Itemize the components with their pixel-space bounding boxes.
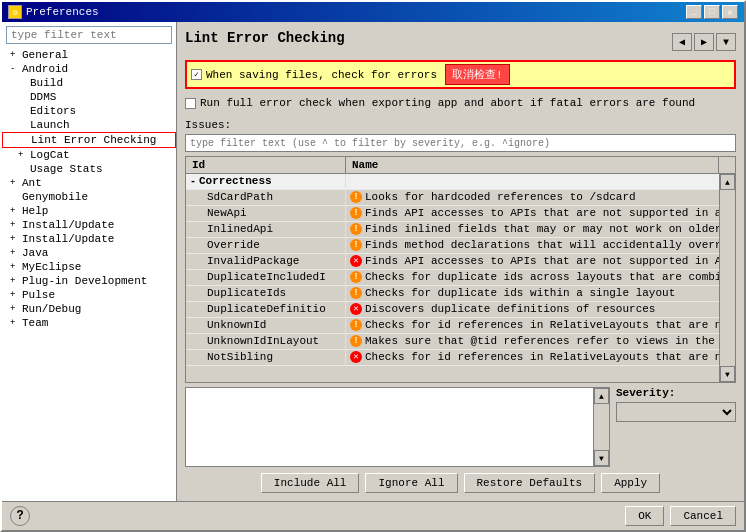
severity-label: Severity: (616, 387, 736, 399)
help-button[interactable]: ? (10, 506, 30, 526)
group-header-correctness[interactable]: - Correctness (186, 174, 719, 190)
sidebar-item-android[interactable]: - Android (2, 62, 176, 76)
sidebar-item-ddms[interactable]: DDMS (2, 90, 176, 104)
main-panel: Lint Error Checking ◀ ▶ ▼ When saving fi… (177, 22, 744, 501)
expand-icon: + (10, 220, 20, 230)
checkbox1-label: When saving files, check for errors (206, 69, 437, 81)
sidebar-item-label: Launch (30, 119, 70, 131)
expand-icon: + (10, 276, 20, 286)
sidebar-item-label: DDMS (30, 91, 56, 103)
expand-icon: + (10, 248, 20, 258)
checkbox2[interactable] (185, 98, 196, 109)
sidebar-item-label: Run/Debug (22, 303, 81, 315)
sidebar-item-team[interactable]: + Team (2, 316, 176, 330)
sidebar-item-myeclipse[interactable]: + MyEclipse (2, 260, 176, 274)
sidebar-item-label: Android (22, 63, 68, 75)
scroll-down-button[interactable]: ▼ (720, 366, 735, 382)
table-row[interactable]: NotSibling ✕ Checks for id references in… (186, 350, 719, 366)
sidebar-item-build[interactable]: Build (2, 76, 176, 90)
warn-icon: ! (350, 335, 362, 347)
scroll-up-button[interactable]: ▲ (720, 174, 735, 190)
action-buttons: Include All Ignore All Restore Defaults … (185, 473, 736, 493)
sidebar-item-editors[interactable]: Editors (2, 104, 176, 118)
sidebar-item-label: Editors (30, 105, 76, 117)
spacer (18, 92, 28, 102)
cancel-check-button[interactable]: 取消检查! (445, 64, 510, 85)
maximize-button[interactable]: □ (704, 5, 720, 19)
warn-icon: ! (350, 191, 362, 203)
warn-icon: ! (350, 271, 362, 283)
sidebar-item-logcat[interactable]: + LogCat (2, 148, 176, 162)
expand-icon: + (10, 206, 20, 216)
table-row[interactable]: DuplicateIncludedI ! Checks for duplicat… (186, 270, 719, 286)
severity-select[interactable]: Error Warning Info Ignore (616, 402, 736, 422)
sidebar-item-launch[interactable]: Launch (2, 118, 176, 132)
err-icon: ✕ (350, 255, 362, 267)
preview-box: ▲ ▼ (185, 387, 610, 467)
content-area: + General - Android Build DDMS (2, 22, 744, 501)
table-row[interactable]: SdCardPath ! Looks for hardcoded referen… (186, 190, 719, 206)
spacer (18, 164, 28, 174)
expand-icon: + (10, 234, 20, 244)
table-row[interactable]: Override ! Finds method declarations tha… (186, 238, 719, 254)
issues-label: Issues: (185, 119, 736, 131)
preferences-window: ⚙ Preferences _ □ ✕ + General - Android (0, 0, 746, 532)
table-row[interactable]: InvalidPackage ✕ Finds API accesses to A… (186, 254, 719, 270)
filter-input[interactable] (6, 26, 172, 44)
table-row[interactable]: NewApi ! Finds API accesses to APIs that… (186, 206, 719, 222)
collapse-group-icon[interactable]: - (190, 176, 196, 187)
close-button[interactable]: ✕ (722, 5, 738, 19)
sidebar: + General - Android Build DDMS (2, 22, 177, 501)
checkbox1-row: When saving files, check for errors 取消检查… (185, 60, 736, 89)
preview-scroll-up[interactable]: ▲ (594, 388, 609, 404)
sidebar-item-label: Java (22, 247, 48, 259)
window-icon: ⚙ (8, 5, 22, 19)
minimize-button[interactable]: _ (686, 5, 702, 19)
preview-scroll-down[interactable]: ▼ (594, 450, 609, 466)
checkbox2-row: Run full error check when exporting app … (185, 97, 736, 109)
table-row[interactable]: InlinedApi ! Finds inlined fields that m… (186, 222, 719, 238)
sidebar-item-install-update2[interactable]: + Install/Update (2, 232, 176, 246)
apply-button[interactable]: Apply (601, 473, 660, 493)
cancel-button[interactable]: Cancel (670, 506, 736, 526)
col-header-id: Id (186, 157, 346, 173)
sidebar-item-pulse[interactable]: + Pulse (2, 288, 176, 302)
sidebar-item-label: Lint Error Checking (31, 134, 156, 146)
table-row[interactable]: DuplicateIds ! Checks for duplicate ids … (186, 286, 719, 302)
checkbox1[interactable] (191, 69, 202, 80)
window-title: Preferences (26, 6, 99, 18)
expand-icon: + (18, 150, 28, 160)
sidebar-item-genymobile[interactable]: Genymobile (2, 190, 176, 204)
warn-icon: ! (350, 223, 362, 235)
err-icon: ✕ (350, 351, 362, 363)
nav-dropdown-button[interactable]: ▼ (716, 33, 736, 51)
sidebar-item-ant[interactable]: + Ant (2, 176, 176, 190)
expand-icon: - (10, 64, 20, 74)
restore-defaults-button[interactable]: Restore Defaults (464, 473, 596, 493)
sidebar-item-run-debug[interactable]: + Run/Debug (2, 302, 176, 316)
table-row[interactable]: UnknownId ! Checks for id references in … (186, 318, 719, 334)
nav-forward-button[interactable]: ▶ (694, 33, 714, 51)
sidebar-item-usage-stats[interactable]: Usage Stats (2, 162, 176, 176)
include-all-button[interactable]: Include All (261, 473, 360, 493)
sidebar-item-plugin-development[interactable]: + Plug-in Development (2, 274, 176, 288)
nav-back-button[interactable]: ◀ (672, 33, 692, 51)
ignore-all-button[interactable]: Ignore All (365, 473, 457, 493)
expand-icon: + (10, 304, 20, 314)
table-scrollbar: ▲ ▼ (719, 174, 735, 382)
sidebar-item-label: Team (22, 317, 48, 329)
sidebar-item-label: Help (22, 205, 48, 217)
table-row[interactable]: UnknownIdInLayout ! Makes sure that @tid… (186, 334, 719, 350)
sidebar-item-help[interactable]: + Help (2, 204, 176, 218)
sidebar-item-general[interactable]: + General (2, 48, 176, 62)
ok-button[interactable]: OK (625, 506, 664, 526)
sidebar-item-label: Plug-in Development (22, 275, 147, 287)
sidebar-item-label: Install/Update (22, 233, 114, 245)
expand-icon: + (10, 290, 20, 300)
issues-filter-input[interactable] (185, 134, 736, 152)
sidebar-item-install-update[interactable]: + Install/Update (2, 218, 176, 232)
sidebar-item-java[interactable]: + Java (2, 246, 176, 260)
severity-panel: Severity: Error Warning Info Ignore (616, 387, 736, 467)
table-row[interactable]: DuplicateDefinitio ✕ Discovers duplicate… (186, 302, 719, 318)
sidebar-item-lint-error-checking[interactable]: Lint Error Checking (2, 132, 176, 148)
